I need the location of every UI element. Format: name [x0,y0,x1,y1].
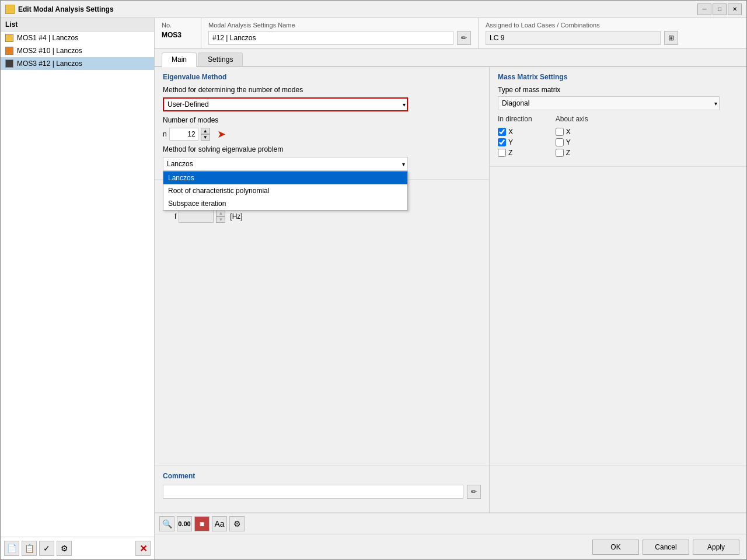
name-edit-button[interactable]: ✏ [457,31,471,45]
title-bar-controls: ─ □ ✕ [697,4,742,15]
freq-spin-up[interactable]: ▲ [216,210,225,216]
in-z-checkbox[interactable] [498,149,506,157]
solve-option-subspace[interactable]: Subspace iteration [163,197,407,210]
mass-matrix-section: Mass Matrix Settings Type of mass matrix… [490,67,746,167]
freq-row: f ▲ ▼ [Hz] [163,210,481,223]
mos2-color-indicator [5,47,13,55]
sidebar-item-mos1-label: MOS1 #4 | Lanczos [17,34,78,42]
comment-row: ✏ [163,485,481,499]
toolbar-btn-4[interactable]: Aa [212,516,227,531]
name-input[interactable] [208,31,453,45]
modes-label: Number of modes [163,116,218,124]
about-x-row: X [556,128,588,136]
maximize-button[interactable]: □ [713,4,727,15]
freq-spin-down[interactable]: ▼ [216,216,225,223]
solve-option-lanczos[interactable]: Lanczos [163,172,407,184]
modes-count-row: Number of modes [163,116,481,124]
about-z-label: Z [566,149,570,157]
solve-option-root[interactable]: Root of characteristic polynomial [163,184,407,197]
arrow-indicator: ➤ [217,128,226,141]
bottom-toolbar: 🔍 0.00 ■ Aa ⚙ [155,513,746,534]
method-label: Method for determining the number of mod… [163,86,303,94]
assigned-edit-button[interactable]: ⊞ [664,31,678,45]
close-button[interactable]: ✕ [728,4,742,15]
minimize-button[interactable]: ─ [697,4,711,15]
comment-title: Comment [163,472,481,480]
solve-dropdown-selected[interactable]: Lanczos ▾ [163,157,408,171]
sidebar-add-button[interactable]: 📄 [4,541,19,556]
method-dropdown[interactable]: User-Defined Automatic [163,97,408,111]
about-y-row: Y [556,138,588,146]
content-area: Eigenvalue Method Method for determining… [155,67,746,513]
solve-dropdown-arrow: ▾ [402,161,405,167]
sidebar-list: MOS1 #4 | Lanczos MOS2 #10 | Lanczos MOS… [1,32,154,537]
in-x-label: X [508,128,513,136]
comment-dropdown[interactable] [163,485,463,499]
sidebar-delete-button[interactable]: ✕ [135,541,151,556]
in-y-checkbox[interactable] [498,138,506,146]
about-z-row: Z [556,149,588,157]
sidebar-item-mos3[interactable]: MOS3 #12 | Lanczos [1,57,154,70]
cancel-button[interactable]: Cancel [643,540,689,555]
title-bar: Edit Modal Analysis Settings ─ □ ✕ [1,1,746,18]
right-content: Mass Matrix Settings Type of mass matrix… [490,67,746,513]
sidebar-copy-button[interactable]: 📋 [22,541,37,556]
tab-settings[interactable]: Settings [198,52,243,66]
no-section: No. MOS3 [155,18,201,48]
sidebar-settings-button[interactable]: ⚙ [57,541,72,556]
assigned-input[interactable] [486,31,661,45]
mass-matrix-title: Mass Matrix Settings [498,73,738,81]
method-row: Method for determining the number of mod… [163,86,481,94]
eigenvalue-title: Eigenvalue Method [163,73,481,81]
right-panel: No. MOS3 Modal Analysis Settings Name ✏ … [155,18,746,559]
no-label: No. [162,22,194,29]
solve-dropdown-list: Lanczos Root of characteristic polynomia… [163,171,408,211]
sidebar: List MOS1 #4 | Lanczos MOS2 #10 | Lanczo… [1,18,155,559]
main-content: List MOS1 #4 | Lanczos MOS2 #10 | Lanczo… [1,18,746,559]
about-y-checkbox[interactable] [556,138,564,146]
method-dropdown-wrapper: User-Defined Automatic ▾ [163,97,408,111]
about-axis-col: About axis X Y [556,115,588,157]
assigned-section: Assigned to Load Cases / Combinations ⊞ [479,18,746,48]
modes-spin-up[interactable]: ▲ [201,128,210,134]
method-dropdown-row: User-Defined Automatic ▾ [163,97,481,111]
f-label: f [174,212,176,220]
sidebar-item-mos2[interactable]: MOS2 #10 | Lanczos [1,44,154,57]
sidebar-check-button[interactable]: ✓ [39,541,54,556]
apply-button[interactable]: Apply [693,540,739,555]
solve-label-row: Method for solving eigenvalue problem [163,145,481,153]
in-z-label: Z [508,149,512,157]
solve-dropdown-container: Lanczos ▾ Lanczos Root of characteristic… [163,157,408,171]
options-section: Options Find modes beyond frequency f ▲ … [155,180,489,466]
tab-main[interactable]: Main [162,52,197,67]
toolbar-btn-3[interactable]: ■ [194,516,210,531]
in-x-row: X [498,128,532,136]
toolbar-btn-2[interactable]: 0.00 [177,516,192,531]
top-bar: No. MOS3 Modal Analysis Settings Name ✏ … [155,18,746,49]
ok-button[interactable]: OK [592,540,639,555]
right-section-2 [490,167,746,466]
name-row: ✏ [208,31,471,45]
about-z-checkbox[interactable] [556,149,564,157]
about-y-label: Y [566,138,571,146]
direction-area: In direction X Y [498,115,738,157]
in-x-checkbox[interactable] [498,128,506,136]
toolbar-btn-5[interactable]: ⚙ [229,516,245,531]
tabs: Main Settings [155,49,746,67]
comment-section: Comment ✏ [155,466,489,513]
right-section-3 [490,466,746,513]
assigned-label: Assigned to Load Cases / Combinations [486,22,739,29]
sidebar-item-mos1[interactable]: MOS1 #4 | Lanczos [1,32,154,44]
mos3-color-indicator [5,60,13,68]
comment-edit-button[interactable]: ✏ [467,485,481,499]
freq-input[interactable] [179,210,214,223]
modes-spin-down[interactable]: ▼ [201,134,210,141]
title-bar-left: Edit Modal Analysis Settings [5,5,114,14]
eigenvalue-section: Eigenvalue Method Method for determining… [155,67,489,180]
about-x-checkbox[interactable] [556,128,564,136]
modes-input[interactable] [169,128,198,141]
mass-type-wrapper: Diagonal Consistent ▾ [498,96,720,110]
mass-type-dropdown[interactable]: Diagonal Consistent [498,96,720,110]
toolbar-btn-1[interactable]: 🔍 [159,516,174,531]
hz-label: [Hz] [230,212,242,220]
